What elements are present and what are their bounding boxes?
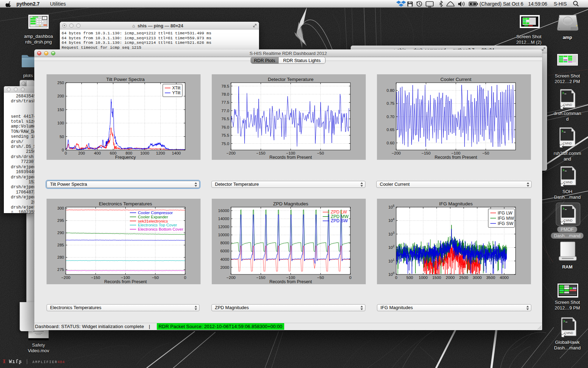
svg-text:14000: 14000 — [218, 217, 229, 221]
svg-text:ZPD Magnitudes: ZPD Magnitudes — [273, 201, 308, 206]
svg-text:−50: −50 — [482, 151, 489, 155]
svg-text:3500: 3500 — [486, 275, 495, 280]
svg-text:75.0: 75.0 — [222, 142, 229, 146]
svg-text:S-HIS: S-HIS — [554, 1, 567, 7]
svg-text:CMND: CMND — [564, 219, 573, 222]
svg-text:Cooler Compressor: Cooler Compressor — [138, 211, 173, 215]
svg-text:300: 300 — [57, 206, 64, 210]
svg-text:77.5: 77.5 — [222, 100, 229, 104]
svg-text:290: 290 — [57, 231, 64, 235]
svg-text:6000: 6000 — [220, 249, 229, 253]
svg-text:CMND: CMND — [563, 103, 572, 107]
svg-text:XTilt: XTilt — [172, 86, 181, 90]
svg-text:295: 295 — [57, 218, 64, 223]
svg-text:78.0: 78.0 — [222, 92, 229, 96]
svg-text:14:59:06: 14:59:06 — [528, 1, 547, 7]
svg-text:ZPD SW: ZPD SW — [331, 218, 348, 223]
svg-text:Records from Present: Records from Present — [435, 155, 477, 160]
svg-text:IFG LW: IFG LW — [498, 211, 512, 216]
svg-text:0: 0 — [62, 148, 64, 152]
svg-text:Detector Temperature: Detector Temperature — [268, 77, 313, 82]
svg-text:0.70: 0.70 — [387, 115, 394, 119]
svg-text:2000: 2000 — [446, 275, 455, 280]
svg-text:Electronics Bottom Cover: Electronics Bottom Cover — [138, 227, 183, 231]
svg-text:Cooler Current: Cooler Current — [440, 77, 471, 82]
svg-text:sek31electronics: sek31electronics — [138, 219, 168, 223]
svg-text:−50: −50 — [152, 275, 159, 280]
svg-text:500: 500 — [406, 275, 413, 280]
svg-text:2000: 2000 — [220, 265, 229, 270]
svg-text:285: 285 — [57, 243, 64, 247]
svg-text:100: 100 — [57, 121, 64, 125]
svg-text:3000: 3000 — [473, 275, 482, 280]
svg-text:−200: −200 — [61, 275, 70, 280]
svg-text:CMND: CMND — [564, 180, 573, 184]
svg-text:CMND: CMND — [564, 331, 573, 335]
svg-text:0: 0 — [395, 275, 397, 280]
svg-text:50: 50 — [59, 135, 64, 139]
svg-text:78.5: 78.5 — [222, 84, 229, 88]
svg-text:1000: 1000 — [140, 151, 149, 155]
svg-text:−200: −200 — [226, 275, 236, 280]
svg-text:10000: 10000 — [218, 233, 229, 237]
svg-text:0: 0 — [184, 275, 186, 280]
svg-text:IFG MW: IFG MW — [498, 216, 514, 221]
svg-text:0.65: 0.65 — [387, 128, 394, 132]
svg-text:1000: 1000 — [419, 275, 428, 280]
svg-text:8000: 8000 — [220, 241, 229, 245]
svg-text:4000: 4000 — [220, 257, 229, 261]
svg-text:76.0: 76.0 — [222, 125, 229, 129]
svg-text:200: 200 — [57, 94, 64, 98]
svg-text:16000: 16000 — [218, 209, 229, 213]
svg-text:75.5: 75.5 — [222, 133, 229, 137]
svg-text:−50: −50 — [317, 151, 324, 155]
svg-text:0: 0 — [349, 275, 351, 280]
svg-text:−200: −200 — [226, 151, 236, 155]
svg-text:250: 250 — [57, 81, 64, 85]
svg-text:Cooler Expander: Cooler Expander — [138, 215, 168, 219]
svg-text:(Charged): (Charged) — [479, 1, 502, 7]
svg-text:76.5: 76.5 — [222, 117, 229, 121]
svg-text:IFG Magnitudes: IFG Magnitudes — [439, 201, 472, 206]
svg-text:0.60: 0.60 — [387, 141, 394, 145]
svg-text:Frequency: Frequency — [115, 155, 136, 160]
svg-text:0.80: 0.80 — [387, 88, 394, 93]
svg-text:−200: −200 — [392, 151, 401, 155]
svg-text:200: 200 — [78, 151, 85, 155]
svg-text:275: 275 — [57, 267, 64, 272]
svg-text:0: 0 — [65, 151, 67, 155]
svg-text:280: 280 — [57, 255, 64, 259]
svg-text:Tilt Power Spectra: Tilt Power Spectra — [106, 77, 145, 82]
svg-text:−150: −150 — [91, 275, 100, 280]
svg-text:Records from Present: Records from Present — [270, 279, 312, 284]
svg-text:−150: −150 — [256, 275, 265, 280]
svg-text:1400: 1400 — [172, 151, 181, 155]
svg-text:Records from Present: Records from Present — [270, 155, 312, 160]
svg-text:12000: 12000 — [218, 225, 229, 229]
svg-text:Records from Present: Records from Present — [104, 279, 147, 284]
svg-text:0.75: 0.75 — [387, 101, 394, 105]
svg-text:150: 150 — [57, 108, 64, 112]
svg-text:2500: 2500 — [459, 275, 468, 280]
svg-text:−150: −150 — [256, 151, 265, 155]
svg-text:77.0: 77.0 — [222, 109, 229, 113]
svg-text:Electronics Top Cover: Electronics Top Cover — [138, 223, 177, 227]
svg-text:−150: −150 — [421, 151, 430, 155]
svg-text:IFG SW: IFG SW — [498, 221, 513, 226]
svg-text:400: 400 — [94, 151, 101, 155]
svg-text:Electronics Temperatures: Electronics Temperatures — [99, 201, 152, 206]
svg-text:Sat Oct 6: Sat Oct 6 — [503, 1, 524, 7]
svg-text:CMND: CMND — [563, 142, 572, 145]
svg-text:YTilt: YTilt — [172, 90, 181, 95]
svg-text:1200: 1200 — [156, 151, 165, 155]
svg-text:−50: −50 — [317, 275, 324, 280]
svg-text:1500: 1500 — [432, 275, 441, 280]
svg-text:4000: 4000 — [500, 275, 509, 280]
